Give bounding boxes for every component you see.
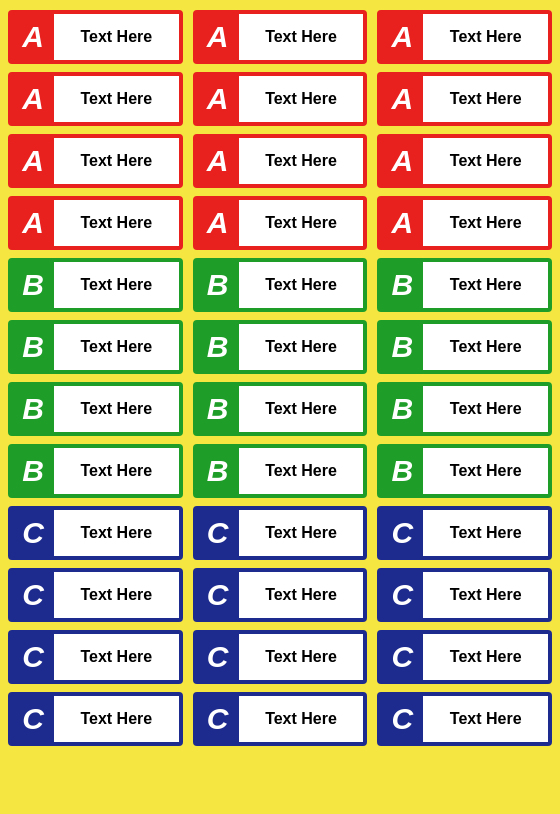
label-letter: B xyxy=(381,262,423,308)
label-card[interactable]: AText Here xyxy=(193,10,368,64)
label-text: Text Here xyxy=(423,76,548,122)
label-text: Text Here xyxy=(54,696,179,742)
label-letter: A xyxy=(12,138,54,184)
label-card[interactable]: CText Here xyxy=(8,568,183,622)
label-card[interactable]: AText Here xyxy=(377,10,552,64)
label-letter: B xyxy=(381,324,423,370)
label-card[interactable]: AText Here xyxy=(193,72,368,126)
label-letter: C xyxy=(197,510,239,556)
label-letter: B xyxy=(12,262,54,308)
label-text: Text Here xyxy=(423,324,548,370)
label-card[interactable]: CText Here xyxy=(193,630,368,684)
label-letter: C xyxy=(12,510,54,556)
label-grid: AText HereAText HereAText HereAText Here… xyxy=(8,10,552,746)
label-card[interactable]: CText Here xyxy=(193,568,368,622)
label-card[interactable]: AText Here xyxy=(193,196,368,250)
label-card[interactable]: CText Here xyxy=(8,692,183,746)
label-card[interactable]: CText Here xyxy=(377,630,552,684)
label-letter: A xyxy=(12,76,54,122)
label-card[interactable]: BText Here xyxy=(193,444,368,498)
label-letter: B xyxy=(197,448,239,494)
label-text: Text Here xyxy=(423,262,548,308)
label-letter: B xyxy=(12,386,54,432)
label-letter: A xyxy=(381,76,423,122)
label-text: Text Here xyxy=(54,324,179,370)
label-card[interactable]: BText Here xyxy=(377,444,552,498)
label-letter: A xyxy=(381,14,423,60)
label-card[interactable]: BText Here xyxy=(193,258,368,312)
label-text: Text Here xyxy=(239,572,364,618)
label-text: Text Here xyxy=(239,200,364,246)
label-letter: C xyxy=(381,634,423,680)
label-text: Text Here xyxy=(239,510,364,556)
label-text: Text Here xyxy=(423,634,548,680)
label-card[interactable]: BText Here xyxy=(193,382,368,436)
label-letter: A xyxy=(12,200,54,246)
label-text: Text Here xyxy=(239,696,364,742)
label-card[interactable]: BText Here xyxy=(377,320,552,374)
label-letter: A xyxy=(197,138,239,184)
label-letter: A xyxy=(197,76,239,122)
label-text: Text Here xyxy=(239,76,364,122)
label-card[interactable]: BText Here xyxy=(193,320,368,374)
label-text: Text Here xyxy=(423,510,548,556)
label-card[interactable]: CText Here xyxy=(8,506,183,560)
label-card[interactable]: CText Here xyxy=(193,506,368,560)
label-letter: B xyxy=(12,324,54,370)
label-text: Text Here xyxy=(423,200,548,246)
label-text: Text Here xyxy=(54,262,179,308)
label-letter: B xyxy=(197,386,239,432)
label-card[interactable]: AText Here xyxy=(8,196,183,250)
label-card[interactable]: BText Here xyxy=(8,320,183,374)
label-text: Text Here xyxy=(423,386,548,432)
label-letter: C xyxy=(12,634,54,680)
label-letter: C xyxy=(381,510,423,556)
label-letter: C xyxy=(12,572,54,618)
label-letter: A xyxy=(381,200,423,246)
label-card[interactable]: AText Here xyxy=(193,134,368,188)
label-card[interactable]: CText Here xyxy=(377,568,552,622)
label-card[interactable]: AText Here xyxy=(377,72,552,126)
label-card[interactable]: BText Here xyxy=(377,382,552,436)
label-text: Text Here xyxy=(239,14,364,60)
label-text: Text Here xyxy=(54,386,179,432)
label-card[interactable]: AText Here xyxy=(377,134,552,188)
label-text: Text Here xyxy=(239,262,364,308)
label-letter: B xyxy=(197,324,239,370)
label-letter: C xyxy=(197,696,239,742)
label-card[interactable]: AText Here xyxy=(377,196,552,250)
label-card[interactable]: AText Here xyxy=(8,10,183,64)
label-text: Text Here xyxy=(54,200,179,246)
label-letter: A xyxy=(197,200,239,246)
label-card[interactable]: BText Here xyxy=(377,258,552,312)
label-text: Text Here xyxy=(54,76,179,122)
label-text: Text Here xyxy=(239,448,364,494)
label-card[interactable]: BText Here xyxy=(8,258,183,312)
label-card[interactable]: BText Here xyxy=(8,444,183,498)
label-card[interactable]: CText Here xyxy=(377,506,552,560)
label-letter: A xyxy=(12,14,54,60)
label-card[interactable]: BText Here xyxy=(8,382,183,436)
label-card[interactable]: CText Here xyxy=(377,692,552,746)
label-card[interactable]: AText Here xyxy=(8,72,183,126)
label-letter: A xyxy=(197,14,239,60)
label-text: Text Here xyxy=(423,138,548,184)
label-letter: C xyxy=(381,696,423,742)
label-text: Text Here xyxy=(423,14,548,60)
label-text: Text Here xyxy=(54,14,179,60)
label-letter: A xyxy=(381,138,423,184)
label-text: Text Here xyxy=(54,634,179,680)
label-text: Text Here xyxy=(54,510,179,556)
label-text: Text Here xyxy=(423,572,548,618)
label-letter: C xyxy=(197,634,239,680)
label-letter: B xyxy=(12,448,54,494)
label-card[interactable]: CText Here xyxy=(193,692,368,746)
label-text: Text Here xyxy=(423,448,548,494)
label-text: Text Here xyxy=(54,138,179,184)
label-letter: B xyxy=(381,448,423,494)
label-text: Text Here xyxy=(54,448,179,494)
label-card[interactable]: AText Here xyxy=(8,134,183,188)
label-letter: C xyxy=(197,572,239,618)
label-card[interactable]: CText Here xyxy=(8,630,183,684)
label-text: Text Here xyxy=(239,634,364,680)
